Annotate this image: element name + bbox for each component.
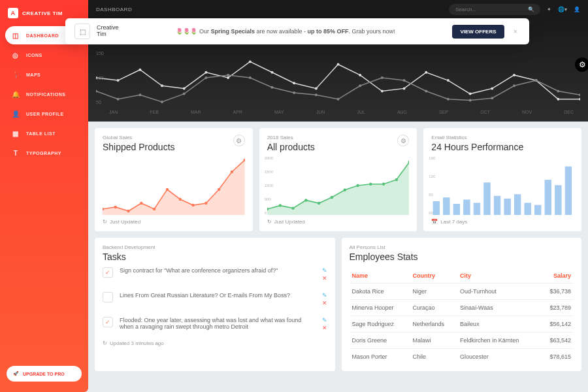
globe-icon[interactable]: 🌐▾ — [558, 7, 567, 12]
edit-icon[interactable]: ✎ — [322, 292, 327, 299]
sidebar-item-table-list[interactable]: ▦TABLE LIST — [5, 124, 83, 142]
shipped-card: Global Sales Shipped Products ⚙ ↻Just Up… — [95, 128, 253, 231]
nav-label: NOTIFICATIONS — [26, 92, 65, 97]
svg-point-43 — [535, 79, 538, 82]
rocket-icon: 🚀 — [13, 371, 19, 376]
svg-point-21 — [557, 98, 559, 101]
card-gear-icon[interactable]: ⚙ — [233, 135, 245, 146]
task-checkbox[interactable]: ✓ — [103, 267, 113, 278]
svg-point-8 — [271, 71, 274, 74]
svg-point-37 — [403, 79, 406, 82]
hero-line-chart — [96, 51, 580, 105]
svg-point-28 — [204, 76, 207, 79]
svg-point-27 — [183, 93, 186, 95]
svg-rect-80 — [535, 205, 541, 215]
edit-icon[interactable]: ✎ — [322, 267, 327, 274]
svg-point-25 — [139, 93, 141, 96]
main: DASHBOARD 🔍 ✦ 🌐▾ 👤 ⬚ Creative Tim 🌷🌷🌷 Ou… — [88, 0, 588, 392]
col-salary: Salary — [540, 269, 574, 284]
sidebar-item-user-profile[interactable]: 👤USER PROFILE — [5, 105, 83, 123]
sidebar-item-maps[interactable]: 📍MAPS — [5, 65, 83, 84]
tasks-sub: Backend Development — [103, 244, 327, 250]
svg-point-26 — [161, 101, 163, 103]
svg-point-45 — [579, 93, 580, 96]
banner-logo: ⬚ — [88, 24, 90, 39]
brand-name: CREATIVE TIM — [22, 10, 63, 16]
svg-point-36 — [381, 76, 384, 79]
card-title: Shipped Products — [103, 142, 175, 152]
delete-icon[interactable]: ✕ — [322, 275, 327, 282]
nav-label: DASHBOARD — [26, 33, 59, 38]
employees-table: NameCountryCitySalary Dakota RiceNigerOu… — [350, 269, 574, 365]
search-box[interactable]: 🔍 — [449, 4, 540, 15]
nav-label: TABLE LIST — [26, 131, 56, 136]
tasks-foot: ↻Updated 3 minutes ago — [103, 340, 327, 346]
col-name: Name — [350, 269, 410, 284]
svg-point-33 — [315, 93, 318, 96]
upgrade-button[interactable]: 🚀 UPGRADE TO PRO — [7, 366, 82, 382]
svg-point-44 — [557, 90, 559, 93]
search-icon[interactable]: 🔍 — [528, 7, 534, 12]
card-foot: ↻Just Updated — [267, 219, 410, 225]
svg-rect-71 — [444, 198, 449, 215]
task-row: ✓ Sign contract for "What are conference… — [103, 262, 327, 287]
sidebar: A CREATIVE TIM ◫DASHBOARD◎ICONS📍MAPS🔔NOT… — [0, 0, 88, 392]
col-city: City — [457, 269, 540, 284]
delete-icon[interactable]: ✕ — [322, 325, 327, 331]
svg-point-55 — [218, 188, 220, 191]
svg-point-15 — [425, 71, 427, 74]
sidebar-item-notifications[interactable]: 🔔NOTIFICATIONS — [5, 85, 83, 103]
refresh-icon: ↻ — [267, 219, 272, 225]
task-text: Flooded: One year later, assessing what … — [120, 317, 316, 330]
card-sub: Global Sales — [103, 135, 175, 140]
svg-rect-83 — [566, 167, 572, 215]
svg-point-1 — [117, 79, 120, 82]
brand-logo: A — [8, 8, 18, 18]
svg-point-56 — [231, 171, 233, 174]
svg-point-22 — [579, 98, 580, 101]
nav-icon: T — [12, 149, 20, 157]
svg-point-19 — [513, 74, 515, 76]
svg-rect-81 — [545, 180, 551, 215]
employees-title: Employees Stats — [350, 252, 574, 262]
table-row: Mason PorterChileGloucester$78,615 — [350, 349, 574, 365]
hero-y-ticks: 15010050 — [96, 51, 104, 105]
delete-icon[interactable]: ✕ — [322, 300, 327, 306]
task-row: ✓ Flooded: One year later, assessing wha… — [103, 312, 327, 336]
close-icon[interactable]: × — [511, 27, 520, 35]
topbar: DASHBOARD 🔍 ✦ 🌐▾ 👤 — [88, 0, 588, 18]
svg-point-30 — [249, 76, 252, 79]
svg-point-5 — [204, 71, 207, 74]
task-checkbox[interactable] — [103, 292, 113, 302]
card-sub: 2018 Sales — [267, 135, 315, 140]
svg-point-39 — [447, 98, 449, 101]
view-offers-button[interactable]: VIEW OFFERS — [452, 25, 504, 39]
svg-point-35 — [359, 84, 361, 87]
svg-point-29 — [227, 74, 229, 76]
svg-rect-76 — [495, 196, 500, 215]
svg-point-65 — [356, 184, 359, 188]
user-icon[interactable]: 👤 — [574, 7, 580, 12]
svg-point-68 — [395, 178, 397, 182]
promo-banner: ⬚ Creative Tim 🌷🌷🌷 Our Spring Specials a… — [88, 18, 529, 44]
sidebar-item-typography[interactable]: TTYPOGRAPHY — [5, 144, 83, 162]
svg-point-24 — [117, 98, 120, 101]
sidebar-item-icons[interactable]: ◎ICONS — [5, 46, 83, 64]
employees-card: All Persons List Employees Stats NameCou… — [342, 238, 582, 371]
table-row: Sage RodriguezNetherlandsBaileux$56,142 — [350, 316, 574, 333]
card-foot: ↻Just Updated — [103, 219, 245, 225]
svg-rect-78 — [515, 195, 521, 215]
breadcrumb: DASHBOARD — [96, 7, 132, 12]
svg-point-40 — [469, 99, 472, 101]
refresh-icon: ↻ — [103, 219, 107, 225]
task-checkbox[interactable]: ✓ — [103, 317, 113, 327]
search-input[interactable] — [455, 7, 524, 12]
svg-rect-73 — [464, 200, 470, 215]
tasks-card: Backend Development Tasks ✓ Sign contrac… — [95, 238, 335, 371]
card-gear-icon[interactable]: ⚙ — [397, 135, 409, 146]
svg-point-13 — [381, 90, 384, 93]
analytics-icon[interactable]: ✦ — [547, 7, 551, 12]
svg-rect-72 — [454, 204, 460, 215]
svg-point-48 — [127, 210, 129, 213]
edit-icon[interactable]: ✎ — [322, 317, 327, 323]
